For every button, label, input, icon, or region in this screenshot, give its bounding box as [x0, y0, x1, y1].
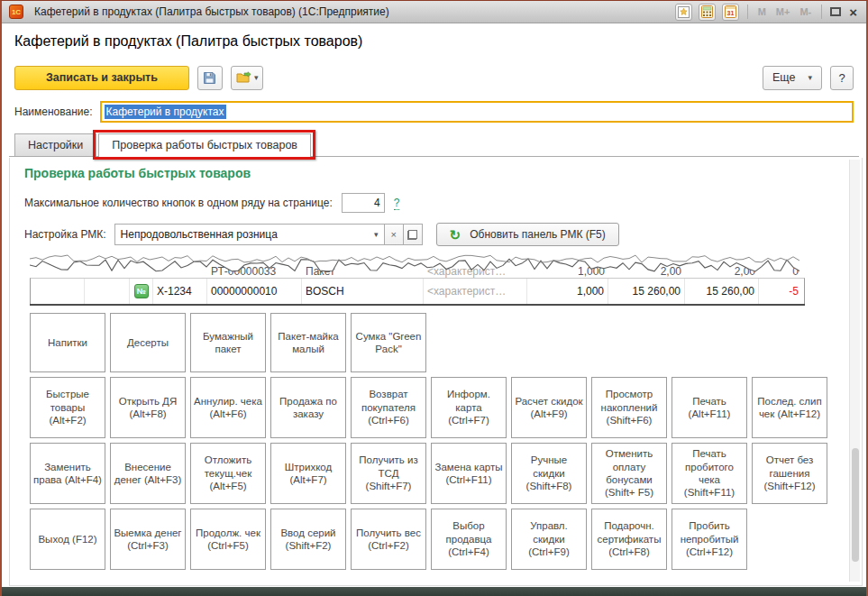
max-buttons-input[interactable]: 4 [342, 193, 385, 213]
titlebar-separator [821, 5, 822, 19]
rmk-combobox-value: Непродовольственная розница [121, 228, 278, 241]
scrollbar-thumb[interactable] [852, 448, 859, 562]
quick-item-button[interactable]: Аннулир. чека (Alt+F6) [190, 377, 266, 438]
window-title: Кафетерий в продуктах (Палитра быстрых т… [34, 5, 389, 18]
quick-item-button[interactable]: Заменить права (Alt+F4) [30, 443, 105, 504]
quick-buttons-row: Быстрые товары (Alt+F2)Открыть ДЯ (Alt+F… [30, 377, 845, 438]
cell-qty: 1,000 [527, 279, 608, 304]
quick-item-button[interactable]: Информ. карта (Ctrl+F7) [431, 377, 507, 438]
app-window: 1С Кафетерий в продуктах (Палитра быстры… [0, 0, 868, 596]
quick-item-button[interactable]: Расчет скидок (Alt+F9) [511, 377, 587, 438]
help-button[interactable]: ? [830, 66, 854, 90]
cell-article: Х-1234 [153, 279, 207, 304]
quick-item-button[interactable]: Получить вес (Ctrl+F2) [351, 509, 426, 570]
quick-item-button[interactable]: Замена карты (Ctrl+F11) [431, 443, 507, 504]
quick-item-button[interactable]: Подарочн. сертификаты (Ctrl+F8) [591, 509, 667, 570]
quick-buttons-row: Выход (F12)Выемка денег (Ctrl+F3)Продолж… [30, 509, 845, 570]
titlebar: 1С Кафетерий в продуктах (Палитра быстры… [2, 1, 866, 23]
cell-last: -5 [759, 279, 802, 304]
quick-item-button[interactable]: Десерты [110, 313, 186, 372]
quick-item-button[interactable]: Пакет-майка малый [270, 313, 346, 372]
quick-item-button[interactable]: Отложить текущ.чек (Alt+F5) [190, 443, 266, 504]
rmk-clear-button[interactable]: × [385, 224, 404, 245]
tab-panel: Проверка работы быстрых товаров Максимал… [9, 158, 863, 586]
save-icon [203, 71, 216, 85]
quick-item-button[interactable]: Продажа по заказу [270, 377, 346, 438]
quick-item-button[interactable]: Сумка "Green Pack" [351, 313, 426, 372]
rmk-settings-row: Настройка РМК: Непродовольственная розни… [24, 223, 619, 246]
tabbar: Настройки Проверка работы быстрых товаро… [9, 133, 859, 157]
favorites-icon[interactable] [675, 4, 692, 21]
quick-item-button[interactable]: Ввод серий (Shift+F2) [270, 509, 346, 570]
quick-item-button[interactable]: Штрихкод (Alt+F7) [270, 443, 346, 504]
max-buttons-row: Максимальное количество кнопок в одном р… [24, 193, 399, 213]
name-field-label: Наименование: [14, 105, 93, 118]
folder-forward-icon [236, 71, 251, 84]
cell-characteristic: <характерист… [424, 279, 527, 304]
quick-item-button[interactable]: Быстрые товары (Alt+F2) [30, 377, 105, 438]
quick-buttons-grid: НапиткиДесертыБумажный пакетПакет-майка … [30, 313, 845, 574]
rmk-open-button[interactable] [404, 224, 423, 245]
quick-item-button[interactable]: Отчет без гашения (Shift+F12) [752, 443, 827, 504]
tab-settings[interactable]: Настройки [14, 133, 96, 156]
quick-item-button[interactable]: Выход (F12) [30, 509, 105, 570]
maximize-button[interactable] [830, 7, 841, 16]
svg-text:31: 31 [726, 10, 734, 16]
quick-item-button[interactable]: Внесение денег (Alt+F3) [110, 443, 186, 504]
items-table: РТ-00000033 Пакет <характерист… 1,000 2,… [30, 253, 805, 306]
vertical-scrollbar[interactable] [849, 160, 860, 582]
open-in-window-icon [407, 230, 417, 240]
cell-sum: 15 260,00 [685, 279, 759, 304]
quick-buttons-row: НапиткиДесертыБумажный пакетПакет-майка … [30, 313, 845, 372]
calendar-icon[interactable]: 31 [722, 4, 739, 21]
tear-jagged-edge [30, 253, 805, 278]
more-button[interactable]: Еще ▾ [763, 66, 822, 90]
refresh-rmk-panel-button[interactable]: ↻ Обновить панель РМК (F5) [436, 223, 619, 246]
quick-item-button[interactable]: Напитки [30, 313, 105, 372]
quick-item-button[interactable]: Печать пробитого чека (Shift+F11) [672, 443, 747, 504]
table-row[interactable]: № Х-1234 00000000010 BOSCH <характерист…… [30, 278, 805, 304]
max-buttons-help-link[interactable]: ? [394, 197, 400, 210]
number-badge-icon: № [134, 284, 149, 298]
m-minus-button[interactable]: M- [798, 6, 813, 17]
tab-quick-goods-check[interactable]: Проверка работы быстрых товаров [98, 133, 311, 157]
save-and-close-button[interactable]: Записать и закрыть [14, 66, 189, 90]
quick-item-button[interactable]: Просмотр накоплений (Shift+F6) [591, 377, 667, 438]
quick-item-button[interactable]: Отменить оплату бонусами (Shift+ F5) [591, 443, 667, 504]
quick-item-button[interactable]: Управл. скидки (Ctrl+F9) [511, 509, 587, 570]
quick-item-button[interactable]: Продолж. чек (Ctrl+F5) [190, 509, 266, 570]
refresh-icon: ↻ [450, 228, 461, 242]
window-bottom-edge [2, 587, 866, 596]
cell-name: BOSCH [302, 279, 424, 304]
quick-item-button[interactable]: Пробить непробитый (Ctrl+F12) [672, 509, 747, 570]
chevron-down-icon: ▾ [254, 73, 259, 82]
section-heading: Проверка работы быстрых товаров [24, 166, 251, 180]
rmk-combobox[interactable]: Непродовольственная розница ▾ × [114, 224, 423, 245]
cell-price: 15 260,00 [608, 279, 685, 304]
m-button[interactable]: M [756, 6, 768, 17]
name-input-selected-text: Кафетерий в продуктах [105, 105, 226, 119]
calculator-icon[interactable] [699, 4, 716, 21]
create-based-on-button[interactable]: ▾ [231, 66, 264, 90]
close-button[interactable]: × [847, 5, 859, 19]
quick-item-button[interactable]: Возврат покупателя (Ctrl+F6) [351, 377, 426, 438]
name-input[interactable]: Кафетерий в продуктах [100, 101, 854, 123]
quick-item-button[interactable]: Послед. слип чек (Alt+F12) [752, 377, 827, 438]
m-plus-button[interactable]: M+ [774, 6, 792, 17]
quick-item-button[interactable]: Открыть ДЯ (Alt+F8) [110, 377, 186, 438]
name-field-row: Наименование: Кафетерий в продуктах [14, 101, 854, 123]
rmk-label: Настройка РМК: [24, 228, 106, 241]
quick-item-button[interactable]: Выбор продавца (Ctrl+F4) [431, 509, 507, 570]
quick-item-button[interactable]: Выемка денег (Ctrl+F3) [110, 509, 186, 570]
titlebar-separator [747, 5, 748, 19]
chevron-down-icon[interactable]: ▾ [374, 230, 379, 239]
quick-item-button[interactable]: Печать (Alt+F11) [672, 377, 747, 438]
quick-item-button[interactable]: Ручные скидки (Shift+F8) [511, 443, 587, 504]
max-buttons-label: Максимальное количество кнопок в одном р… [24, 197, 333, 209]
toolbar: Записать и закрыть ▾ Еще ▾ ? [14, 65, 854, 90]
quick-item-button[interactable]: Бумажный пакет [190, 313, 266, 372]
chevron-down-icon: ▾ [808, 73, 812, 82]
save-button[interactable] [197, 66, 223, 90]
page-title: Кафетерий в продуктах (Палитра быстрых т… [14, 33, 362, 50]
quick-item-button[interactable]: Получить из ТСД (Shift+F7) [351, 443, 426, 504]
